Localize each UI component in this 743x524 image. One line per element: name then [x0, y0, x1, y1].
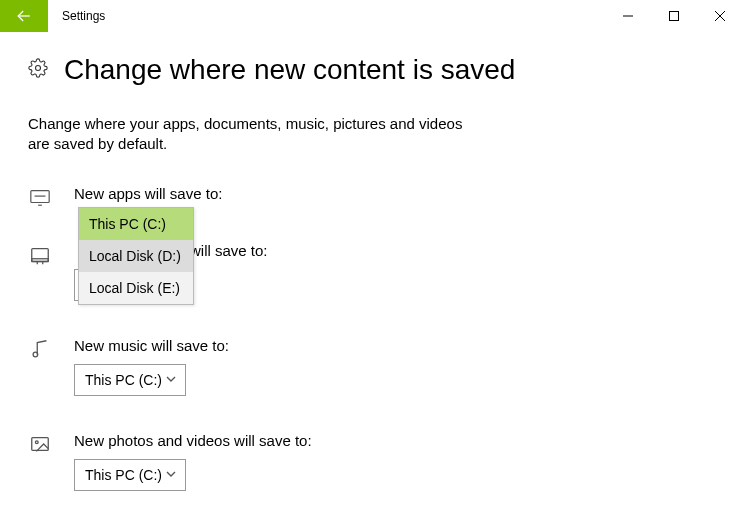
page-description: Change where your apps, documents, music…	[28, 114, 488, 155]
setting-body-photos: New photos and videos will save to: This…	[74, 432, 715, 491]
photos-dropdown[interactable]: This PC (C:)	[74, 459, 186, 491]
chevron-down-icon	[165, 467, 177, 483]
setting-row-music: New music will save to: This PC (C:)	[28, 337, 715, 396]
svg-rect-11	[32, 258, 49, 261]
music-label: New music will save to:	[74, 337, 715, 354]
setting-body-music: New music will save to: This PC (C:)	[74, 337, 715, 396]
svg-rect-1	[670, 12, 679, 21]
photos-label: New photos and videos will save to:	[74, 432, 715, 449]
photos-dropdown-value: This PC (C:)	[85, 467, 162, 483]
titlebar: Settings	[0, 0, 743, 32]
svg-point-4	[36, 66, 41, 71]
apps-dropdown-open[interactable]: This PC (C:) Local Disk (D:) Local Disk …	[78, 207, 194, 305]
svg-point-16	[35, 440, 38, 443]
apps-icon	[28, 185, 52, 209]
chevron-down-icon	[165, 372, 177, 388]
close-icon	[715, 11, 725, 21]
maximize-button[interactable]	[651, 0, 697, 32]
window-title: Settings	[48, 0, 105, 32]
minimize-icon	[623, 11, 633, 21]
music-dropdown[interactable]: This PC (C:)	[74, 364, 186, 396]
window-controls	[605, 0, 743, 32]
minimize-button[interactable]	[605, 0, 651, 32]
arrow-left-icon	[14, 6, 34, 26]
dropdown-option[interactable]: This PC (C:)	[79, 208, 193, 240]
maximize-icon	[669, 11, 679, 21]
music-dropdown-value: This PC (C:)	[85, 372, 162, 388]
documents-icon	[28, 244, 52, 268]
gear-icon	[28, 58, 48, 82]
dropdown-option[interactable]: Local Disk (E:)	[79, 272, 193, 304]
back-button[interactable]	[0, 0, 48, 32]
titlebar-spacer	[105, 0, 605, 32]
apps-label: New apps will save to:	[74, 185, 715, 202]
close-button[interactable]	[697, 0, 743, 32]
page-title: Change where new content is saved	[64, 54, 515, 86]
dropdown-option[interactable]: Local Disk (D:)	[79, 240, 193, 272]
svg-rect-10	[32, 248, 49, 261]
photos-icon	[28, 432, 52, 456]
setting-row-photos: New photos and videos will save to: This…	[28, 432, 715, 491]
heading-row: Change where new content is saved	[28, 54, 715, 86]
music-icon	[28, 337, 52, 361]
